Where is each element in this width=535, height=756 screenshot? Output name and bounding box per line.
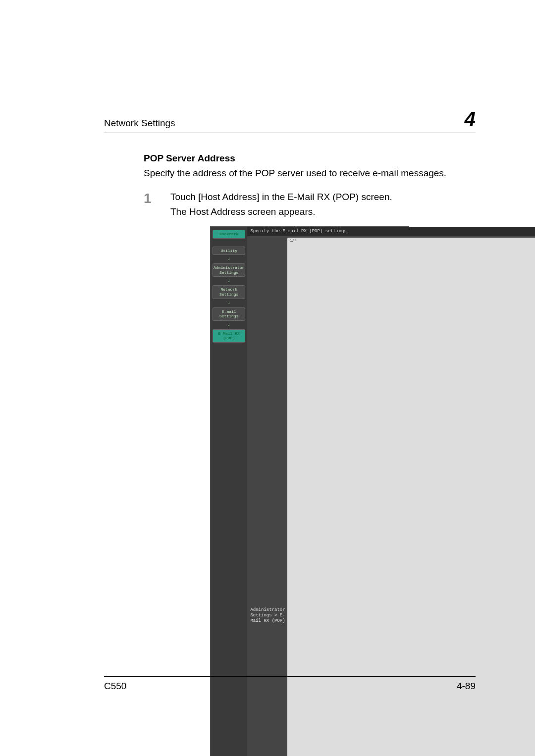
arrow-down-icon: ↓ [213,301,245,305]
arrow-down-icon: ↓ [213,279,245,283]
network-settings-button[interactable]: Network Settings [213,285,245,299]
arrow-down-icon: ↓ [213,257,245,261]
utility-button[interactable]: Utility [213,247,245,255]
step-text: The Host Address screen appears. [170,206,476,217]
step-text: Touch [Host Address] in the E-Mail RX (P… [170,192,476,202]
breadcrumb-text: Administrator Settings > E-Mail RX (POP) [250,607,285,623]
intro-text: Specify the address of the POP server us… [144,168,476,179]
subsection-heading: POP Server Address [144,153,476,164]
page-number: 4-89 [457,681,476,692]
document-page: Network Settings 4 POP Server Address Sp… [0,0,535,756]
page-footer: C550 4-89 [104,676,476,692]
step-number: 1 [144,192,159,221]
step-1: 1 Touch [Host Address] in the E-Mail RX … [144,192,476,221]
model-name: C550 [104,681,126,692]
bookmark-button[interactable]: Bookmark [213,230,245,239]
screenshot-title: Specify the E-mail RX (POP) settings. [247,227,535,236]
content-area: POP Server Address Specify the address o… [104,153,476,756]
page-header: Network Settings 4 [104,109,476,133]
admin-settings-button[interactable]: Administrator Settings [213,263,245,277]
chapter-number: 4 [465,109,476,129]
section-name: Network Settings [104,118,175,129]
arrow-down-icon: ↓ [213,323,245,327]
email-rx-pop-button[interactable]: E-Mail RX (POP) [213,329,245,343]
email-settings-button[interactable]: E-mail Settings [213,307,245,321]
